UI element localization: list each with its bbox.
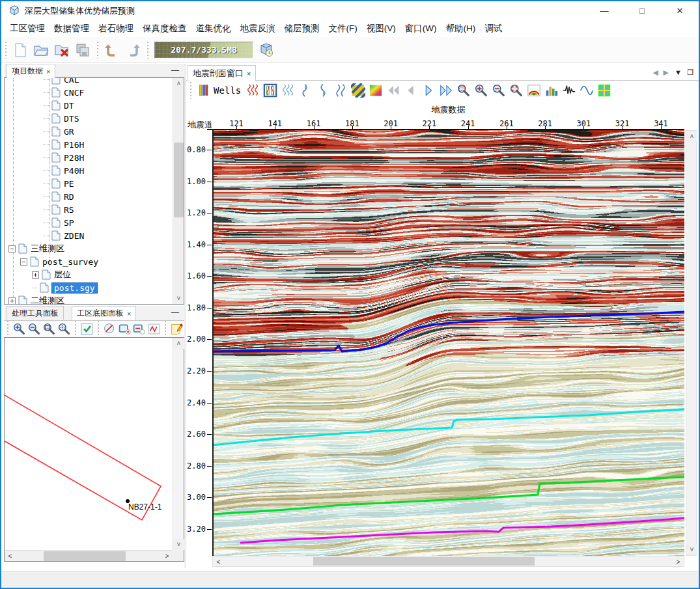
tree-item-CAL[interactable]: CAL	[5, 77, 173, 86]
basemap-horizontal-scrollbar[interactable]: ˂ ˃	[5, 550, 173, 561]
tree-item-三维测区[interactable]: 三维测区	[5, 242, 173, 255]
panel-minimize-button[interactable]: —	[170, 65, 180, 75]
menu-item-8[interactable]: 文件(F)	[324, 20, 362, 37]
menu-item-12[interactable]: 调试	[480, 20, 507, 37]
scroll-left-icon[interactable]: ˂	[213, 556, 224, 568]
tab-basemap-panel[interactable]: 工区底图面板 ×	[72, 306, 136, 320]
tab-processing-tools[interactable]: 处理工具面板	[7, 306, 64, 320]
tree-item-PE[interactable]: PE	[5, 177, 173, 190]
tab-close-icon[interactable]: ×	[247, 70, 251, 77]
menu-item-10[interactable]: 窗口(W)	[400, 20, 441, 37]
layer-check-button[interactable]	[79, 322, 94, 337]
scroll-up-icon[interactable]: ˄	[173, 338, 184, 349]
menu-item-3[interactable]: 岩石物理	[94, 20, 138, 37]
zoom-orig-button[interactable]	[507, 82, 525, 99]
scroll-down-icon[interactable]: ˅	[173, 293, 184, 304]
scroll-down-icon[interactable]: ˅	[686, 544, 697, 555]
menu-item-5[interactable]: 道集优化	[191, 20, 236, 37]
tree-item-CNCF[interactable]: CNCF	[5, 86, 173, 99]
tab-project-data[interactable]: 项目数据 ×	[7, 64, 55, 78]
undo-button[interactable]	[102, 40, 122, 60]
menu-item-4[interactable]: 保真度检查	[138, 20, 191, 37]
mdi-list-icon[interactable]: ▼	[675, 68, 682, 76]
nav-prev-button[interactable]	[402, 82, 419, 99]
close-button[interactable]: ✕	[661, 1, 699, 20]
scroll-up-icon[interactable]: ˄	[173, 78, 184, 89]
tree-item-SP[interactable]: SP	[5, 216, 173, 229]
spectrum-button[interactable]	[595, 82, 613, 99]
menu-item-7[interactable]: 储层预测	[280, 20, 324, 37]
menu-item-11[interactable]: 帮助(H)	[441, 20, 480, 37]
tree-item-DT[interactable]: DT	[5, 99, 173, 112]
map-zoom-window-button[interactable]	[42, 322, 57, 337]
mdi-prev-icon[interactable]: ◀	[653, 68, 658, 77]
colormap-button[interactable]	[367, 82, 384, 99]
survey-outline[interactable]	[5, 394, 161, 520]
save-all-button[interactable]	[72, 40, 93, 60]
tree-scroll-thumb[interactable]	[174, 143, 184, 217]
tree-item-二维测区[interactable]: 二维测区	[5, 294, 173, 305]
zoom-in-button[interactable]	[472, 82, 490, 99]
tab-close-icon[interactable]: ×	[127, 310, 131, 318]
scroll-up-icon[interactable]: ˄	[686, 131, 697, 142]
scroll-left-icon[interactable]: ˂	[5, 551, 16, 562]
redo-button[interactable]	[122, 40, 143, 60]
minimize-button[interactable]: —	[585, 1, 623, 20]
map-zoom-in-button[interactable]	[12, 322, 27, 337]
wiggle-double-button[interactable]	[331, 82, 349, 99]
sine-button[interactable]	[578, 82, 595, 99]
tree-item-DTS[interactable]: DTS	[5, 112, 173, 125]
histogram-button[interactable]	[542, 82, 560, 99]
image-frame-button[interactable]	[261, 82, 279, 99]
expand-icon[interactable]	[32, 271, 39, 279]
tree-item-P28H[interactable]: P28H	[5, 151, 173, 164]
tab-close-icon[interactable]: ×	[46, 68, 50, 75]
collapse-icon[interactable]	[20, 258, 27, 266]
close-project-button[interactable]	[51, 40, 72, 60]
maximize-button[interactable]: □	[623, 1, 661, 20]
menu-item-9[interactable]: 视图(V)	[362, 20, 400, 37]
tree-item-RS[interactable]: RS	[5, 203, 173, 216]
rect-add-button[interactable]	[117, 322, 132, 337]
panel-minimize-button[interactable]: —	[170, 307, 180, 318]
wiggle-fill1-button[interactable]	[296, 82, 314, 99]
collapse-icon[interactable]	[8, 245, 16, 253]
wiggle-fill2-button[interactable]	[314, 82, 331, 99]
tree-item-层位[interactable]: 层位	[5, 268, 173, 281]
tree-vertical-scrollbar[interactable]: ˄ ˅	[173, 78, 184, 304]
tree-item-RD[interactable]: RD	[5, 190, 173, 203]
scroll-down-icon[interactable]: ˅	[173, 539, 184, 550]
zoom-window-button[interactable]	[455, 82, 472, 99]
zoom-out-button[interactable]	[490, 82, 507, 99]
seismic-image[interactable]	[212, 130, 684, 556]
mdi-restore-icon[interactable]: ❐	[687, 68, 693, 77]
wiggle-red-button[interactable]	[244, 82, 261, 99]
palette-button[interactable]	[525, 82, 542, 99]
menu-item-2[interactable]: 数据管理	[49, 20, 94, 37]
seismic-hscroll-thumb[interactable]	[313, 557, 535, 566]
basemap-vertical-scrollbar[interactable]: ˄ ˅	[173, 338, 184, 550]
tree-item-post.sgy[interactable]: post.sgy	[5, 281, 173, 294]
tab-seismic-section[interactable]: 地震剖面窗口 ×	[188, 65, 256, 81]
nav-next-button[interactable]	[419, 82, 437, 99]
map-zoom-out-button[interactable]	[27, 322, 42, 337]
wavelet-button[interactable]	[560, 82, 578, 99]
stripes-button[interactable]	[349, 82, 367, 99]
tree-item-P16H[interactable]: P16H	[5, 138, 173, 151]
menu-item-6[interactable]: 地震反演	[236, 20, 280, 37]
annotate-button[interactable]	[169, 322, 184, 337]
menu-item-1[interactable]: 工区管理	[5, 20, 49, 37]
scroll-right-icon[interactable]: ˃	[161, 551, 173, 562]
rect-minus-button[interactable]	[132, 322, 147, 337]
nav-last-button[interactable]	[437, 82, 455, 99]
expand-icon[interactable]	[8, 297, 16, 305]
tree-item-P40H[interactable]: P40H	[5, 164, 173, 177]
open-folder-button[interactable]	[31, 40, 51, 60]
scroll-right-icon[interactable]: ˃	[673, 556, 684, 568]
seismic-vertical-scrollbar[interactable]: ˄ ˅	[686, 130, 697, 556]
tree-item-ZDEN[interactable]: ZDEN	[5, 229, 173, 242]
new-file-button[interactable]	[10, 40, 31, 60]
mdi-next-icon[interactable]: ▶	[664, 68, 669, 77]
tree-item-post_survey[interactable]: post_survey	[5, 255, 173, 268]
basemap-canvas[interactable]: NB27-1-1	[5, 338, 173, 550]
